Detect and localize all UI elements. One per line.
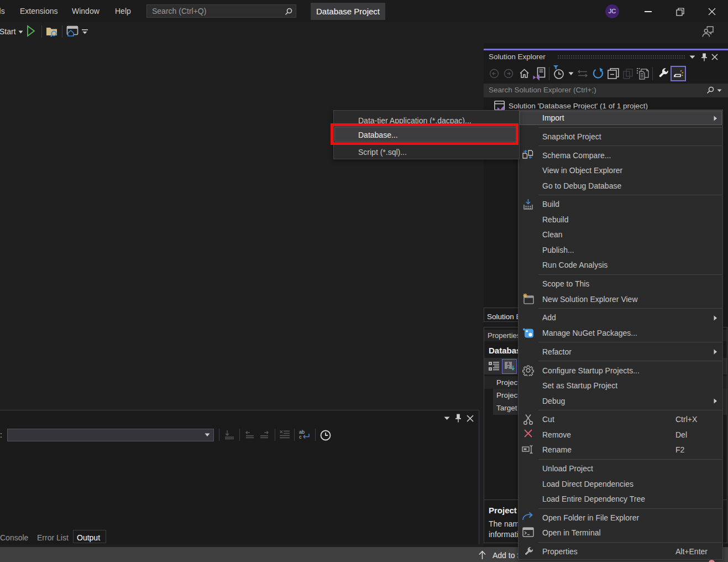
svg-text:c: c (299, 434, 302, 440)
svg-text:Z: Z (507, 366, 510, 370)
